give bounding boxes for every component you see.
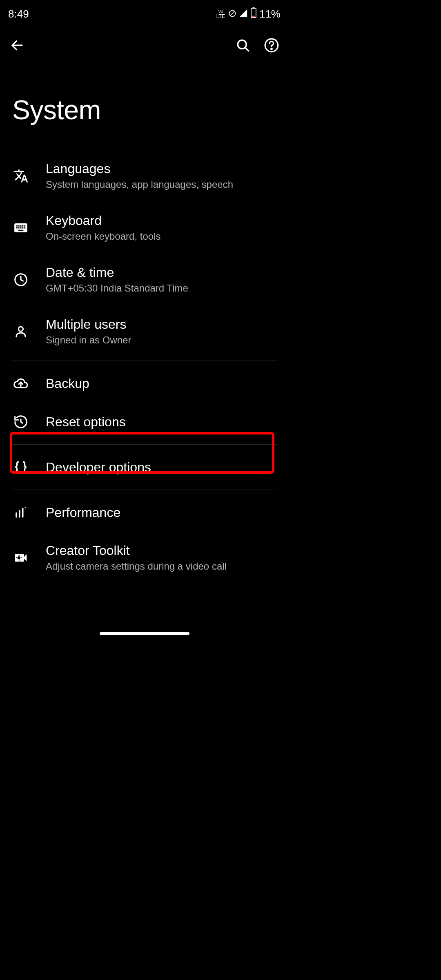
videocam-settings-icon — [11, 548, 30, 567]
divider — [11, 444, 277, 445]
back-arrow-icon — [10, 38, 24, 53]
settings-item-subtitle: On-screen keyboard, tools — [46, 231, 160, 242]
svg-point-13 — [18, 556, 20, 559]
svg-point-9 — [271, 48, 272, 49]
clock-icon — [11, 270, 30, 289]
settings-item-creator-toolkit[interactable]: Creator Toolkit Adjust camera settings d… — [0, 532, 289, 584]
status-time: 8:49 — [8, 8, 29, 20]
divider — [11, 490, 277, 490]
status-bar: 8:49 Vo LTE 11% — [0, 0, 289, 26]
settings-item-title: Languages — [46, 161, 233, 176]
app-bar — [0, 26, 289, 62]
signal-icon — [239, 8, 248, 20]
volte-indicator: Vo LTE — [216, 10, 225, 19]
search-button[interactable] — [234, 36, 252, 54]
settings-item-datetime[interactable]: Date & time GMT+05:30 India Standard Tim… — [0, 254, 289, 305]
search-icon — [236, 38, 250, 53]
settings-item-reset[interactable]: Reset options — [0, 403, 289, 441]
svg-line-1 — [230, 11, 234, 16]
settings-list: Languages System languages, app language… — [0, 150, 289, 584]
nav-handle[interactable] — [100, 632, 189, 635]
settings-item-subtitle: Signed in as Owner — [46, 334, 131, 346]
settings-item-title: Date & time — [46, 265, 188, 280]
braces-icon — [11, 458, 30, 477]
no-data-icon — [228, 8, 236, 20]
divider — [11, 361, 277, 361]
cloud-upload-icon — [11, 374, 30, 393]
person-icon — [11, 322, 30, 341]
translate-icon — [11, 167, 30, 185]
status-right: Vo LTE 11% — [216, 7, 281, 21]
help-button[interactable] — [263, 36, 281, 54]
svg-point-11 — [18, 327, 23, 331]
page-title: System — [0, 62, 289, 150]
svg-line-7 — [245, 48, 249, 51]
settings-item-subtitle: GMT+05:30 India Standard Time — [46, 283, 188, 294]
settings-item-developer-options[interactable]: Developer options — [0, 448, 289, 486]
settings-item-performance[interactable]: Performance — [0, 493, 289, 532]
settings-item-title: Developer options — [46, 460, 151, 475]
reset-icon — [11, 412, 30, 431]
help-icon — [264, 38, 279, 53]
back-button[interactable] — [8, 36, 26, 54]
settings-item-title: Multiple users — [46, 317, 131, 332]
settings-item-title: Backup — [46, 376, 89, 391]
svg-rect-4 — [252, 16, 255, 17]
settings-item-languages[interactable]: Languages System languages, app language… — [0, 150, 289, 202]
settings-item-title: Reset options — [46, 414, 126, 430]
settings-item-title: Keyboard — [46, 213, 160, 228]
settings-item-backup[interactable]: Backup — [0, 364, 289, 403]
keyboard-icon — [11, 218, 30, 237]
settings-item-subtitle: Adjust camera settings during a video ca… — [46, 561, 227, 572]
settings-item-title: Performance — [46, 505, 120, 520]
settings-item-keyboard[interactable]: Keyboard On-screen keyboard, tools — [0, 202, 289, 254]
settings-item-title: Creator Toolkit — [46, 543, 227, 558]
battery-icon — [250, 7, 257, 21]
performance-icon — [11, 503, 30, 522]
battery-percent: 11% — [259, 8, 281, 20]
settings-item-subtitle: System languages, app languages, speech — [46, 179, 233, 190]
settings-item-multiple-users[interactable]: Multiple users Signed in as Owner — [0, 305, 289, 357]
